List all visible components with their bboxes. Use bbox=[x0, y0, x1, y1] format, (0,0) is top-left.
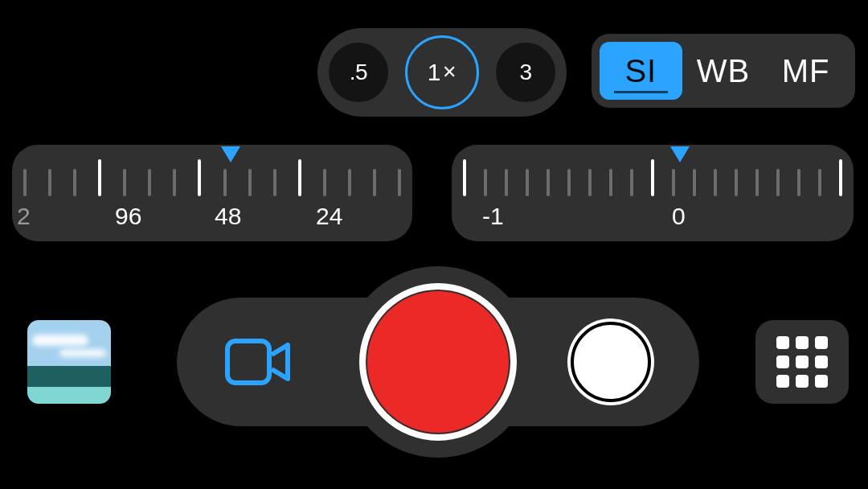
zoom-label: 3 bbox=[519, 60, 531, 85]
record-button[interactable] bbox=[359, 283, 517, 441]
dial-label: 0 bbox=[672, 203, 686, 230]
dial-label: 24 bbox=[316, 203, 342, 230]
zoom-3x-button[interactable]: 3 bbox=[496, 43, 555, 102]
zoom-label: 1 bbox=[428, 59, 441, 86]
mode-label: MF bbox=[782, 53, 830, 89]
zoom-1x-button[interactable]: 1✕ bbox=[405, 35, 479, 109]
zoom-suffix: ✕ bbox=[442, 62, 457, 83]
last-capture-thumbnail[interactable] bbox=[27, 320, 111, 404]
shutter-dial[interactable]: 2 96 48 24 bbox=[12, 145, 412, 241]
dial-label: 2 bbox=[17, 203, 31, 230]
dial-label: -1 bbox=[482, 203, 504, 230]
gallery-grid-button[interactable] bbox=[755, 320, 849, 404]
mode-wb-button[interactable]: WB bbox=[682, 42, 765, 100]
video-mode-button[interactable] bbox=[225, 339, 291, 385]
zoom-label: .5 bbox=[350, 60, 367, 85]
dial-pointer-icon bbox=[670, 146, 690, 162]
dial-label: 48 bbox=[215, 203, 241, 230]
mode-mf-button[interactable]: MF bbox=[764, 42, 847, 100]
svg-rect-0 bbox=[227, 341, 269, 383]
dial-pointer-icon bbox=[221, 146, 240, 162]
mode-label: WB bbox=[697, 53, 750, 89]
mode-si-button[interactable]: SI bbox=[600, 42, 682, 100]
mode-label: SI bbox=[624, 53, 657, 89]
dial-ticks bbox=[12, 156, 412, 196]
video-camera-icon bbox=[225, 339, 291, 385]
record-ring bbox=[342, 266, 534, 458]
exposure-dial[interactable]: -1 0 bbox=[452, 145, 854, 241]
capture-mode-segment: SI WB MF bbox=[592, 34, 855, 108]
zoom-selector: .5 1✕ 3 bbox=[317, 28, 567, 117]
capture-bar bbox=[177, 298, 699, 426]
dial-label: 96 bbox=[115, 203, 141, 230]
dial-ticks bbox=[452, 156, 854, 196]
grid-icon bbox=[776, 336, 828, 388]
still-shutter-button[interactable] bbox=[571, 322, 651, 402]
zoom-0.5x-button[interactable]: .5 bbox=[329, 43, 388, 102]
